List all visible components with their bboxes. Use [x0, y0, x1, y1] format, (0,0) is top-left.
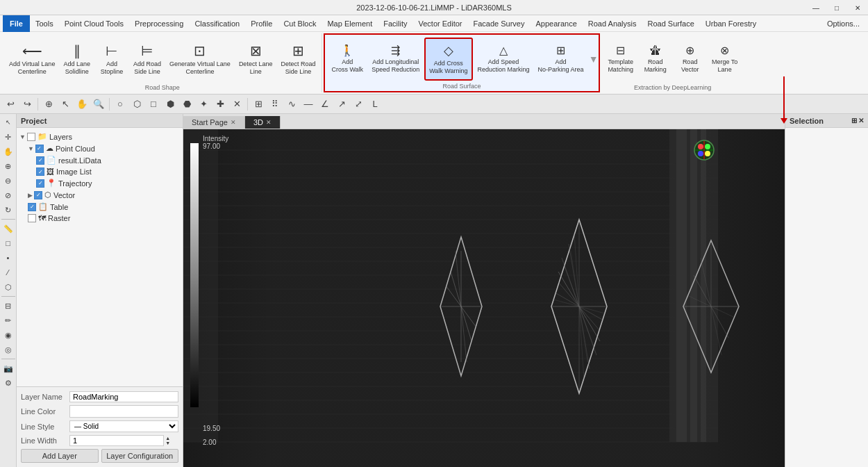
add-speed-reduction-btn[interactable]: △ Add SpeedReduction Marking	[474, 38, 533, 81]
menu-tools[interactable]: Tools	[30, 15, 59, 32]
merge-to-lane-btn[interactable]: ⊗ Merge ToLane	[708, 38, 742, 81]
layer-name-input[interactable]	[69, 391, 178, 402]
menu-road-surface[interactable]: Road Surface	[642, 15, 700, 32]
menu-preprocessing[interactable]: Preprocessing	[129, 15, 189, 32]
lt-hand-btn[interactable]: ✋	[1, 145, 15, 158]
menu-facade-survey[interactable]: Facade Survey	[467, 15, 530, 32]
add-lane-solidline-btn[interactable]: ∥ Add LaneSolidline	[60, 38, 94, 81]
tb-hex2-btn[interactable]: ⬣	[179, 97, 194, 112]
viewport[interactable]: Intensity 97.00 19.50 2.00	[183, 129, 785, 467]
add-stopline-btn[interactable]: ⊢ AddStopline	[95, 38, 128, 81]
tb-dots-btn[interactable]: ⠿	[267, 97, 283, 112]
tree-check-layers[interactable]	[27, 133, 35, 141]
tb-dash-btn[interactable]: —	[301, 97, 316, 112]
tb-wave-btn[interactable]: ∿	[284, 97, 299, 112]
menu-appearance[interactable]: Appearance	[530, 15, 582, 32]
tb-hand-btn[interactable]: ✋	[74, 97, 90, 112]
lt-filter-btn[interactable]: ⊟	[1, 299, 15, 313]
close-button[interactable]: ✕	[847, 0, 868, 15]
tree-check-traj[interactable]: ✓	[36, 179, 44, 188]
lt-line-btn[interactable]: ∕	[1, 265, 15, 279]
selection-expand-btn[interactable]: ⊞	[851, 117, 857, 124]
tb-select-btn[interactable]: ⊕	[41, 97, 56, 112]
layer-config-btn[interactable]: Layer Configuration	[101, 449, 179, 463]
maximize-button[interactable]: □	[826, 0, 847, 15]
line-color-swatch[interactable]	[69, 405, 178, 418]
selection-close-btn[interactable]: ✕	[858, 117, 864, 124]
add-road-sideline-btn[interactable]: ⊨ Add RoadSide Line	[130, 38, 165, 81]
line-style-select[interactable]: — Solid -- Dashed ... Dotted	[69, 420, 178, 432]
lt-area-btn[interactable]: □	[1, 236, 15, 250]
lt-poly2-btn[interactable]: ⬡	[1, 280, 15, 294]
add-no-parking-btn[interactable]: ⊞ AddNo-Parking Area	[535, 38, 587, 81]
road-marking-btn[interactable]: 🛣 RoadMarking	[639, 38, 672, 81]
tb-hex1-btn[interactable]: ⬢	[162, 97, 178, 112]
menu-facility[interactable]: Facility	[378, 15, 412, 32]
tab-start-page[interactable]: Start Page ✕	[183, 116, 245, 129]
tb-resize-btn[interactable]: ⤢	[351, 97, 366, 112]
lt-pan-btn[interactable]: ⊘	[1, 188, 15, 202]
lt-zoom-in-btn[interactable]: ⊕	[1, 159, 15, 173]
lt-edit-btn[interactable]: ✏	[1, 313, 15, 327]
tree-check-il[interactable]: ✓	[36, 167, 44, 176]
minimize-button[interactable]: —	[806, 0, 826, 15]
lt-point-btn[interactable]: •	[1, 251, 15, 265]
tb-angle-btn[interactable]: ∠	[317, 97, 333, 112]
tb-cross-btn[interactable]: ✚	[212, 97, 228, 112]
road-surface-expand-btn[interactable]: ▼	[589, 54, 596, 65]
tb-undo-btn[interactable]: ↩	[3, 97, 18, 112]
add-virtual-lane-btn[interactable]: ⟵ Add Virtual LaneCenterline	[6, 38, 58, 81]
menu-cut-block[interactable]: Cut Block	[278, 15, 322, 32]
tree-item-trajectory[interactable]: ✓ 📍 Trajectory	[19, 177, 180, 189]
tree-item-table[interactable]: ✓ 📋 Table	[19, 201, 180, 213]
lt-measure-btn[interactable]: 📏	[1, 222, 15, 236]
lt-cursor-btn[interactable]: ✛	[1, 130, 15, 144]
tab-start-page-close[interactable]: ✕	[231, 119, 236, 126]
tb-star-btn[interactable]: ✦	[196, 97, 211, 112]
lt-snap-btn[interactable]: ◎	[1, 343, 15, 357]
line-width-spinner[interactable]: ▲ ▼	[165, 436, 170, 445]
tb-circle-btn[interactable]: ○	[112, 97, 128, 112]
lt-select-btn[interactable]: ↖	[1, 115, 15, 129]
tb-grid-btn[interactable]: ⊞	[251, 97, 266, 112]
template-matching-btn[interactable]: ⊟ TemplateMatching	[604, 38, 637, 81]
lt-settings-btn[interactable]: ⚙	[1, 376, 15, 390]
menu-file[interactable]: File	[3, 15, 30, 32]
tb-poly-btn[interactable]: ⬡	[129, 97, 144, 112]
detect-road-sideline-btn[interactable]: ⊞ Detect RoadSide Line	[277, 38, 319, 81]
road-vector-btn[interactable]: ⊕ RoadVector	[674, 38, 707, 81]
tree-check-vec[interactable]: ✓	[34, 191, 42, 199]
lt-zoom-out-btn[interactable]: ⊖	[1, 174, 15, 188]
menu-classification[interactable]: Classification	[189, 15, 245, 32]
tree-item-layers[interactable]: ▼ 📁 Layers	[19, 131, 180, 142]
detect-lane-line-btn[interactable]: ⊠ Detect LaneLine	[235, 38, 276, 81]
menu-profile[interactable]: Profile	[245, 15, 278, 32]
tab-3d-close[interactable]: ✕	[266, 119, 272, 126]
add-layer-btn[interactable]: Add Layer	[21, 449, 99, 463]
add-longitudinal-speed-btn[interactable]: ⇶ Add LongitudinalSpeed Reduction	[368, 38, 423, 81]
tree-check-rl[interactable]: ✓	[36, 156, 44, 165]
tab-3d[interactable]: 3D ✕	[245, 116, 281, 129]
tree-item-point-cloud[interactable]: ▼ ✓ ☁ Point Cloud	[19, 142, 180, 154]
tb-redo-btn[interactable]: ↪	[19, 97, 35, 112]
menu-vector-editor[interactable]: Vector Editor	[413, 15, 468, 32]
tree-item-raster[interactable]: 🗺 Raster	[19, 213, 180, 224]
menu-road-analysis[interactable]: Road Analysis	[583, 15, 642, 32]
generate-virtual-lane-btn[interactable]: ⊡ Generate Virtual LaneCenterline	[166, 38, 234, 81]
lt-camera-btn[interactable]: 📷	[1, 361, 15, 375]
menu-options[interactable]: Options...	[821, 15, 865, 32]
tb-arrow-btn[interactable]: ↗	[334, 97, 349, 112]
tb-rect-btn[interactable]: □	[146, 97, 161, 112]
menu-urban-forestry[interactable]: Urban Forestry	[700, 15, 762, 32]
tree-check-tbl[interactable]: ✓	[28, 203, 36, 211]
tb-x-btn[interactable]: ✕	[229, 97, 244, 112]
line-width-input[interactable]	[69, 435, 164, 446]
menu-map-element[interactable]: Map Element	[322, 15, 378, 32]
tb-zoom-btn[interactable]: 🔍	[91, 97, 106, 112]
tree-item-vector[interactable]: ▶ ✓ ⬡ Vector	[19, 189, 180, 201]
add-cross-walk-warning-btn[interactable]: ◇ Add CrossWalk Warning	[424, 38, 472, 81]
tb-cursor-btn[interactable]: ↖	[58, 97, 73, 112]
tree-item-image-list[interactable]: ✓ 🖼 Image List	[19, 166, 180, 177]
tb-anchor-btn[interactable]: L	[367, 97, 383, 112]
tree-item-result-lidata[interactable]: ✓ 📄 result.LiData	[19, 154, 180, 166]
